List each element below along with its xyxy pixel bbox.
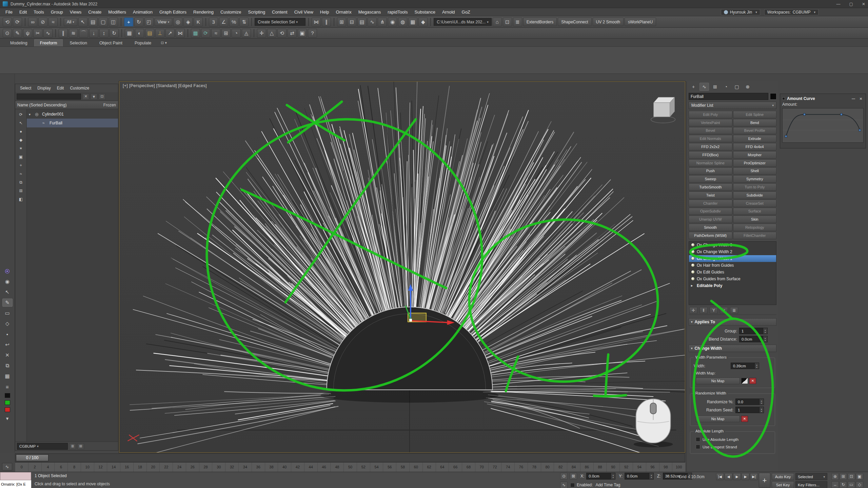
rollup-icon[interactable]: — <box>851 97 856 101</box>
modifier-button-morpher[interactable]: Morpher <box>733 151 777 159</box>
guides-from-surface-icon[interactable]: △ <box>267 29 276 38</box>
explorer-menu-display[interactable]: Display <box>35 86 53 90</box>
display-groups-icon[interactable]: ⧉ <box>17 179 25 186</box>
ribbon-display-options-icon[interactable]: ⊡ ▾ <box>161 41 167 46</box>
open-mini-curve-editor-button[interactable]: ∿ <box>2 463 12 470</box>
create-tab-icon[interactable]: + <box>689 83 698 91</box>
visibility-bulb-icon[interactable] <box>691 257 695 260</box>
auto-key-button[interactable]: Auto Key <box>772 473 794 480</box>
convert-icon[interactable]: ⇄ <box>288 29 297 38</box>
close-button[interactable]: ✕ <box>862 2 865 6</box>
width-spinner[interactable]: 0.39cm ▴▾ <box>731 363 759 369</box>
object-color-swatch[interactable] <box>770 93 776 100</box>
timeline-tick-68[interactable]: 68 <box>462 463 475 472</box>
show-end-result-icon[interactable]: ‖ <box>699 307 708 314</box>
delete-icon[interactable]: ✕ <box>2 351 13 359</box>
orbit-icon[interactable]: ↻ <box>840 481 847 488</box>
menu-customize[interactable]: Customize <box>217 9 244 15</box>
timeline-tick-86[interactable]: 86 <box>580 463 593 472</box>
expand-caret-icon[interactable]: ▸ <box>691 284 695 287</box>
time-slider-handle[interactable]: 0 / 100 <box>16 454 48 461</box>
menu-views[interactable]: Views <box>66 9 85 15</box>
timeline-tick-72[interactable]: 72 <box>488 463 501 472</box>
explorer-sync-icon[interactable]: ⟳ <box>17 111 25 118</box>
key-filters-button[interactable]: Key Filters... <box>795 481 827 488</box>
modifier-button-vertexpaint[interactable]: VertexPaint <box>689 119 732 126</box>
modifier-button-edit-normals[interactable]: Edit Normals <box>689 135 732 142</box>
ornatrix-logo-icon[interactable]: ⦿ <box>2 267 13 275</box>
timeline-tick-0[interactable]: 0 <box>15 463 28 472</box>
modifier-button-bevel-profile[interactable]: Bevel Profile <box>733 127 777 135</box>
menu-rapidtools[interactable]: rapidTools <box>384 9 411 15</box>
timeline-tick-66[interactable]: 66 <box>449 463 462 472</box>
eye-icon[interactable]: ◉ <box>2 278 13 286</box>
select-and-manipulate-icon[interactable]: ◈ <box>183 18 193 26</box>
modifier-button-turbosmooth[interactable]: TurboSmooth <box>689 183 732 191</box>
column-header-frozen[interactable]: Frozen <box>103 103 116 107</box>
modifier-stack-item-editable-poly[interactable]: ▸Editable Poly <box>689 282 776 289</box>
group-spinner[interactable]: 1 ▴▾ <box>739 328 768 334</box>
modifier-stack-item-ox-change-width-3[interactable]: Ox Change Width 3 <box>689 242 776 248</box>
curve-editor-icon[interactable]: ∿ <box>368 18 377 26</box>
field-of-view-icon[interactable]: ◇ <box>856 481 863 488</box>
menu-file[interactable]: File <box>2 9 16 15</box>
timeline-tick-12[interactable]: 12 <box>94 463 107 472</box>
resolve-collisions-icon[interactable]: ◬ <box>242 29 251 38</box>
timeline-tick-80[interactable]: 80 <box>541 463 554 472</box>
display-spacewarps-icon[interactable]: ≈ <box>17 170 25 177</box>
explorer-menu-select[interactable]: Select <box>17 86 34 90</box>
tree-row-furball[interactable]: ≈FurBall <box>27 119 118 127</box>
configure-modifier-sets-icon[interactable]: ≣ <box>730 307 738 314</box>
guides-icon[interactable]: ∥ <box>59 29 68 38</box>
ribbon-tab-freeform[interactable]: Freeform <box>34 39 63 46</box>
randomize-spinner[interactable]: 0.0 ▴▾ <box>735 399 764 405</box>
modifier-button-turn-to-poly[interactable]: Turn to Poly <box>733 183 777 191</box>
timeline-tick-28[interactable]: 28 <box>199 463 212 472</box>
undo-icon[interactable]: ⟲ <box>3 18 12 26</box>
timeline-tick-56[interactable]: 56 <box>383 463 396 472</box>
timeline-tick-88[interactable]: 88 <box>593 463 607 472</box>
maximize-viewport-toggle-icon[interactable]: ▣ <box>856 473 863 480</box>
sworkplaneu-button[interactable]: sWorkPlaneU <box>625 18 656 26</box>
shape-connect-button[interactable]: ShapeConnect <box>558 18 591 26</box>
timeline-tick-94[interactable]: 94 <box>633 463 646 472</box>
hair-from-guides-icon[interactable]: ≋ <box>69 29 78 38</box>
uv-2-smooth-button[interactable]: UV 2 Smooth <box>593 18 624 26</box>
remove-modifier-icon[interactable]: ✕ <box>720 307 728 314</box>
explorer-layout-icon[interactable]: ≣ <box>69 443 76 449</box>
timeline-tick-96[interactable]: 96 <box>646 463 659 472</box>
use-absolute-length-checkbox[interactable] <box>696 437 700 442</box>
menu-scripting[interactable]: Scripting <box>245 9 269 15</box>
menu-group[interactable]: Group <box>47 9 66 15</box>
strand-gravity-icon[interactable]: ↓ <box>89 29 98 38</box>
modifier-button-extrude[interactable]: Extrude <box>733 135 777 142</box>
modifier-button-bevel[interactable]: Bevel <box>689 127 732 135</box>
palette-icon[interactable]: ▦ <box>2 372 13 380</box>
perspective-viewport[interactable]: [+] [Perspective] [Standard] [Edged Face… <box>119 81 685 453</box>
rollout-applies-to[interactable]: ▾ Applies To <box>689 318 776 326</box>
timeline-tick-4[interactable]: 4 <box>41 463 55 472</box>
timeline-tick-78[interactable]: 78 <box>528 463 541 472</box>
modifier-button-skin[interactable]: Skin <box>733 216 777 223</box>
pin-stack-icon[interactable]: ✛ <box>689 307 697 314</box>
mirror-icon[interactable]: ⋈ <box>312 18 321 26</box>
modifier-button-unwrap-uvw[interactable]: Unwrap UVW <box>689 216 732 223</box>
ribbon-tab-selection[interactable]: Selection <box>64 40 92 46</box>
ribbon-tab-modeling[interactable]: Modeling <box>5 40 33 46</box>
menu-help[interactable]: Help <box>317 9 333 15</box>
select-by-name-icon[interactable]: ▤ <box>88 18 98 26</box>
timeline-tick-46[interactable]: 46 <box>317 463 331 472</box>
menu-tools[interactable]: Tools <box>30 9 47 15</box>
menu-megascans[interactable]: Megascans <box>355 9 384 15</box>
extend-borders-button[interactable]: ExtendBorders <box>523 18 557 26</box>
viewport-display-icon[interactable]: ▣ <box>298 29 307 38</box>
make-unique-icon[interactable]: Y <box>710 307 718 314</box>
help-icon[interactable]: ? <box>308 29 317 38</box>
next-frame-button[interactable]: ▶ <box>742 473 749 480</box>
timeline-tick-2[interactable]: 2 <box>28 463 41 472</box>
zoom-all-icon[interactable]: ⊞ <box>840 473 847 480</box>
display-shapes-icon[interactable]: ◆ <box>17 137 25 143</box>
modifier-button-opensubdiv[interactable]: OpenSubdiv <box>689 208 732 215</box>
mesh-from-strands-icon[interactable]: ▦ <box>125 29 134 38</box>
strand-multiplier-icon[interactable]: ⊞ <box>221 29 231 38</box>
